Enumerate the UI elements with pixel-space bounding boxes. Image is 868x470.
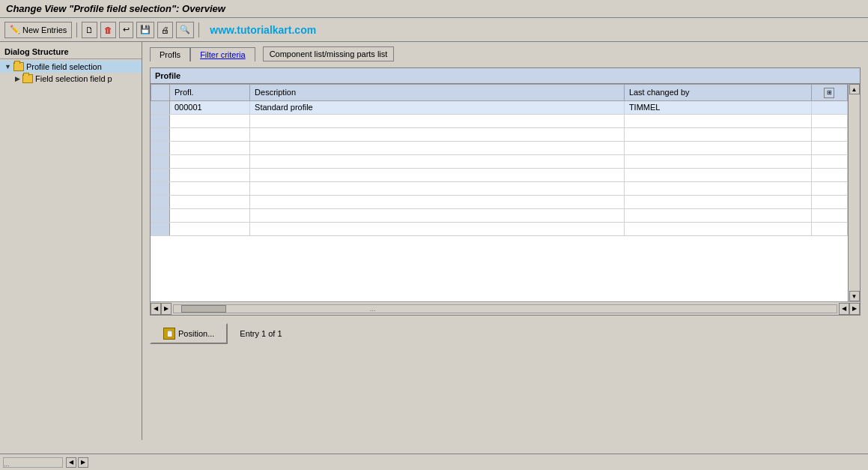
- cell-empty: [811, 141, 847, 154]
- cell-description: [250, 195, 625, 208]
- arrow-icon: ▼: [4, 63, 11, 70]
- status-bar: ... ◀ ▶: [0, 454, 868, 470]
- title-bar: Change View "Profile field selection": O…: [0, 0, 868, 18]
- col-header-resize[interactable]: ⊞: [811, 85, 847, 101]
- row-selector-cell: [151, 127, 170, 141]
- cell-last-changed-by: [624, 181, 811, 195]
- col-header-profl: Profl.: [169, 85, 249, 101]
- cell-empty: [811, 154, 847, 168]
- sidebar-item-profile-field-selection[interactable]: ▼ Profile field selection: [0, 61, 142, 73]
- copy-button[interactable]: 🗋: [82, 22, 97, 38]
- cell-profl: [169, 195, 249, 208]
- hscroll-left-button[interactable]: ◀: [151, 303, 161, 315]
- table-row[interactable]: [151, 141, 848, 154]
- scroll-up-button[interactable]: ▲: [849, 84, 860, 94]
- sidebar-item-label-2: Field selection field p: [35, 74, 112, 83]
- table-row[interactable]: [151, 222, 848, 235]
- save-button[interactable]: 💾: [136, 22, 154, 38]
- sidebar-item-field-selection[interactable]: ▶ Field selection field p: [0, 73, 142, 85]
- new-entries-button[interactable]: ✏️ New Entries: [4, 22, 72, 38]
- cell-profl: 000001: [169, 100, 249, 114]
- col-header-description: Description: [250, 85, 625, 101]
- cell-profl: [169, 127, 249, 141]
- cell-description: [250, 114, 625, 127]
- position-area: 📋 Position... Entry 1 of 1: [150, 323, 861, 344]
- tab-content-label: Component list/missing parts list: [263, 46, 395, 61]
- table-row[interactable]: [151, 154, 848, 168]
- find-button[interactable]: 🔍: [176, 22, 194, 38]
- row-selector-cell: [151, 100, 170, 114]
- hscrollbar-track: ...: [173, 304, 837, 313]
- cell-description: [250, 127, 625, 141]
- status-scroll-text: ...: [4, 460, 10, 468]
- table-row[interactable]: [151, 181, 848, 195]
- save-icon: 💾: [140, 25, 151, 34]
- hscrollbar-thumb[interactable]: [181, 305, 226, 313]
- cell-empty: [811, 208, 847, 222]
- table-row[interactable]: [151, 208, 848, 222]
- row-selector-cell: [151, 222, 170, 235]
- cell-description: [250, 141, 625, 154]
- copy-icon: 🗋: [85, 25, 94, 34]
- data-table: Profl. Description Last changed by ⊞: [151, 84, 848, 236]
- new-entries-label: New Entries: [22, 25, 67, 34]
- cell-empty: [811, 100, 847, 114]
- cell-description: [250, 208, 625, 222]
- cell-last-changed-by: [624, 168, 811, 181]
- cell-empty: [811, 181, 847, 195]
- table-row[interactable]: [151, 195, 848, 208]
- col-resize-icon[interactable]: ⊞: [824, 88, 834, 98]
- hscroll-right-btn2[interactable]: ▶: [161, 303, 172, 315]
- cell-description: [250, 154, 625, 168]
- separator-1: [76, 22, 77, 37]
- col-header-selector: [151, 85, 170, 101]
- content-area: Profls Filter criteria Component list/mi…: [142, 42, 868, 440]
- delete-button[interactable]: 🗑: [100, 22, 116, 38]
- cell-empty: [811, 195, 847, 208]
- status-scroll-area: ...: [3, 457, 63, 468]
- cell-last-changed-by: [624, 222, 811, 235]
- status-nav-right[interactable]: ▶: [78, 457, 88, 468]
- cell-profl: [169, 208, 249, 222]
- cell-last-changed-by: [624, 195, 811, 208]
- folder-icon-2: [22, 74, 33, 83]
- cell-empty: [811, 114, 847, 127]
- undo-button[interactable]: ↩: [119, 22, 133, 38]
- cell-last-changed-by: [624, 127, 811, 141]
- col-header-last-changed: Last changed by: [624, 85, 811, 101]
- cell-empty: [811, 222, 847, 235]
- cell-profl: [169, 141, 249, 154]
- table-row[interactable]: [151, 114, 848, 127]
- find-icon: 🔍: [180, 25, 190, 34]
- table-row[interactable]: [151, 168, 848, 181]
- hscroll-right2-button[interactable]: ▶: [849, 303, 860, 315]
- print-button[interactable]: 🖨: [157, 22, 173, 38]
- row-selector-cell: [151, 208, 170, 222]
- entry-info: Entry 1 of 1: [240, 329, 282, 338]
- title-text: Change View "Profile field selection": O…: [6, 3, 225, 14]
- table-row[interactable]: 000001Standard profileTIMMEL: [151, 100, 848, 114]
- sidebar-item-label-1: Profile field selection: [26, 62, 102, 71]
- cell-profl: [169, 181, 249, 195]
- tab-filter-criteria-label: Filter criteria: [200, 50, 246, 59]
- folder-icon-1: [13, 62, 24, 71]
- status-nav-left[interactable]: ◀: [66, 457, 76, 468]
- table-row[interactable]: [151, 127, 848, 141]
- hscroll-right-button[interactable]: ◀: [839, 303, 849, 315]
- row-selector-cell: [151, 141, 170, 154]
- pencil-icon: ✏️: [10, 25, 20, 34]
- tab-profls[interactable]: Profls: [150, 47, 190, 61]
- tab-filter-criteria[interactable]: Filter criteria: [190, 47, 255, 61]
- scroll-down-button[interactable]: ▼: [849, 291, 860, 301]
- position-button[interactable]: 📋 Position...: [150, 323, 228, 344]
- cell-empty: [811, 168, 847, 181]
- cell-profl: [169, 114, 249, 127]
- cell-last-changed-by: [624, 208, 811, 222]
- row-selector-cell: [151, 154, 170, 168]
- cell-description: [250, 181, 625, 195]
- undo-icon: ↩: [123, 25, 130, 34]
- arrow-icon-2: ▶: [15, 75, 20, 82]
- toolbar: ✏️ New Entries 🗋 🗑 ↩ 💾 🖨 🔍 www.tutorialk…: [0, 18, 868, 42]
- status-nav-buttons: ◀ ▶: [66, 457, 88, 468]
- row-selector-cell: [151, 114, 170, 127]
